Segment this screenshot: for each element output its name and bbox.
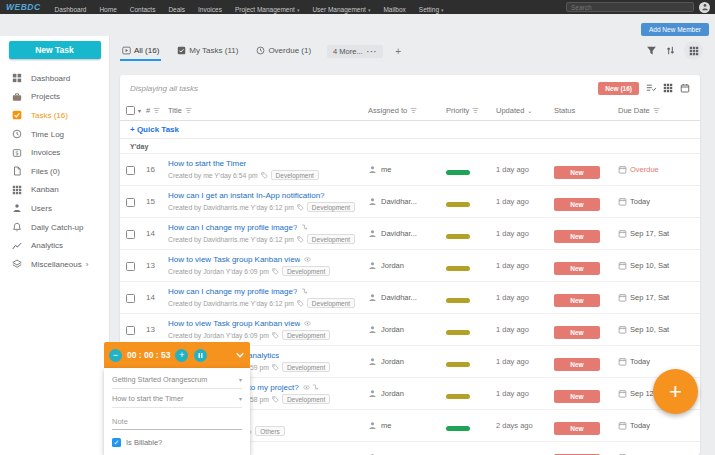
navbar-item[interactable]: Home▾ [99,6,116,13]
due-date-text: Overdue [630,165,659,174]
priority-bar [446,362,470,367]
new-count-badge[interactable]: New (16) [598,82,639,95]
task-title-link[interactable]: How can I change my profile image? [168,223,297,232]
tag-icon [272,396,279,403]
timer-pause-button[interactable] [194,349,207,362]
navbar-item[interactable]: Project Management▾ [235,6,300,13]
sidebar-item-label: Kanban [31,185,59,194]
sort-icon[interactable] [472,107,479,114]
task-created-text: Created by Jordan Y'day 6:09 pm [168,268,269,275]
sidebar-item-miscellaneous[interactable]: Miscellaneous › [0,255,109,274]
tag-icon [261,172,268,179]
col-assigned: Assigned to [368,106,407,115]
calendar-view-icon[interactable] [680,83,690,93]
timer-plus-button[interactable]: + [175,349,188,362]
priority-bar [446,426,470,431]
navbar-item[interactable]: Dashboard▾ [55,6,87,13]
row-checkbox[interactable] [126,262,135,271]
new-task-button[interactable]: New Task [9,41,101,59]
task-title-link[interactable]: How to start the Timer [168,159,246,168]
chevron-down-icon[interactable]: ⌄ [527,107,532,114]
row-checkbox[interactable] [126,166,135,175]
task-title-link[interactable]: How can I get an instant In-App notifica… [168,191,325,200]
sort-icon[interactable] [410,107,417,114]
sidebar-item-files[interactable]: Files (0) [0,162,109,181]
navbar-item[interactable]: Deals▾ [168,6,185,13]
assignee-name: Jordan [381,389,404,398]
status-badge: New [554,294,600,307]
sidebar-item-kanban[interactable]: Kanban [0,181,109,200]
table-header: ▾ # Title Assigned to Priority Updated⌄ … [120,101,700,121]
task-title-link[interactable]: How can I change my profile image? [168,287,297,296]
updated-text: 1 day ago [496,261,554,270]
due-date-text: Today [630,421,650,430]
priority-bar [446,234,470,239]
timer-bar: − 00 : 00 : 53 + [104,342,250,368]
assignee-name: Davidhar... [381,229,417,238]
timer-project-select[interactable]: Getting Started Orangescrum▾ [112,370,242,389]
task-title-link[interactable]: How to view Task group Kanban view [168,255,300,264]
assignee-name: Davidhar... [381,293,417,302]
timer-collapse-chevron-icon[interactable] [235,350,245,360]
sidebar-item-users[interactable]: Users [0,199,109,218]
tab-overdue-1[interactable]: Overdue (1) [254,40,313,63]
add-new-member-button[interactable]: Add New Member [641,23,709,36]
sort-icon[interactable] [153,107,160,114]
add-task-fab[interactable]: + [653,369,698,414]
list-view-icon[interactable] [646,83,656,93]
task-title-icons [303,384,319,391]
row-checkbox[interactable] [126,294,135,303]
task-label-chip: Development [282,362,330,372]
assignee-name: Jordan [381,325,404,334]
users-icon [12,203,22,213]
person-icon [368,229,377,238]
sidebar-item-invoices[interactable]: $ Invoices [0,143,109,162]
apps-grid-button[interactable] [684,41,703,60]
tab-my-tasks-11[interactable]: My Tasks (11) [175,40,240,63]
sidebar-item-projects[interactable]: Projects [0,88,109,107]
grid-view-icon[interactable] [663,83,673,93]
sidebar-item-dashboard[interactable]: Dashboard [0,69,109,88]
tab-all-16[interactable]: All (16) [120,40,161,63]
sidebar-item-time-log[interactable]: Time Log [0,125,109,144]
status-badge: New [554,326,600,339]
navbar-item[interactable]: Setting▾ [419,6,444,13]
sidebar-item-daily-catch-up[interactable]: Daily Catch-up [0,218,109,237]
avatar[interactable] [699,2,710,13]
search-input[interactable] [566,2,694,12]
row-checkbox[interactable] [126,326,135,335]
sidebar-item-tasks[interactable]: Tasks (16) [0,106,109,125]
person-icon [368,357,377,366]
add-tab-button[interactable]: + [395,46,401,57]
billable-checkbox[interactable]: ✓ [112,438,121,447]
subtask-icon [301,288,308,295]
col-updated: Updated [496,106,524,115]
more-tabs-chip[interactable]: 4 More...··· [327,45,383,58]
row-checkbox[interactable] [126,198,135,207]
sort-icon[interactable] [185,107,192,114]
watch-icon [304,256,311,263]
navbar-item[interactable]: User Management▾ [312,6,370,13]
row-checkbox[interactable] [126,230,135,239]
files-icon [12,166,22,176]
filter-icon[interactable] [646,45,657,56]
updated-text: 1 day ago [496,389,554,398]
quick-task-button[interactable]: + Quick Task [120,121,700,139]
timer-note-input[interactable]: Note [112,417,242,430]
timer-minus-button[interactable]: − [109,349,122,362]
sidebar-item-analytics[interactable]: Analytics [0,236,109,255]
app-logo[interactable]: WEBDC [6,2,41,12]
chevron-right-icon: › [86,260,89,269]
navbar-item[interactable]: Contacts▾ [130,6,156,13]
timer-task-select[interactable]: How to start the Timer▾ [112,389,242,408]
person-icon [701,3,709,11]
sort-icon[interactable] [653,107,660,114]
chevron-down-icon[interactable]: ▾ [138,107,141,114]
navbar-item[interactable]: Mailbox▾ [383,6,405,13]
navbar-item[interactable]: Invoices▾ [198,6,222,13]
tab-label: My Tasks (11) [189,46,238,55]
sort-icon[interactable] [665,45,676,56]
select-all-checkbox[interactable] [126,106,135,115]
task-title-link[interactable]: How to view Task group Kanban view [168,319,300,328]
due-date-text: Sep 17, Sat [630,229,669,238]
